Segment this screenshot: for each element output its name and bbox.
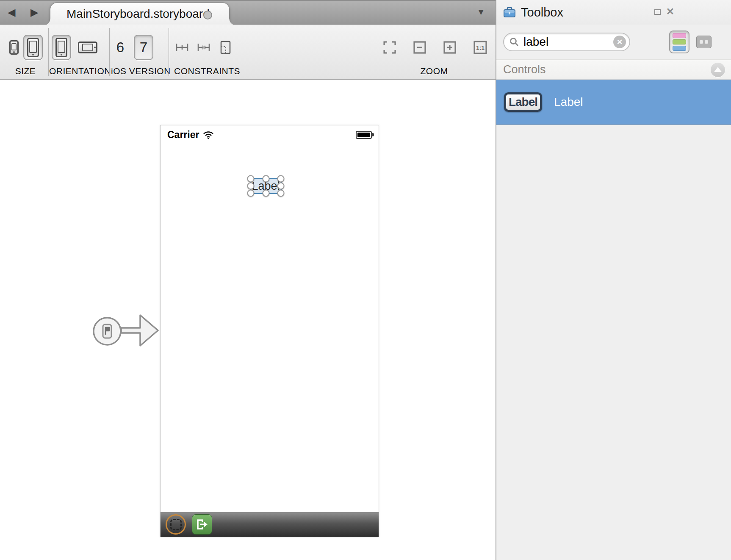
resize-handle-top-center[interactable]	[262, 175, 269, 183]
tab-title: MainStoryboard.storyboard	[66, 3, 210, 25]
dashed-view-icon	[170, 519, 182, 530]
toolbox-item-name: Label	[554, 95, 583, 109]
ios-version-6-option[interactable]: 6	[111, 39, 130, 55]
toolbar-divider	[169, 28, 169, 76]
initial-view-entry-arrow[interactable]	[89, 309, 162, 355]
zoom-actual-size-icon[interactable]: 1:1	[473, 40, 488, 55]
add-constraint-icon[interactable]	[174, 40, 190, 55]
resize-handle-bottom-left[interactable]	[247, 190, 255, 197]
orientation-group: ORIENTATION	[49, 25, 107, 79]
resize-handle-top-right[interactable]	[277, 175, 285, 183]
ios-version-group: 6 7 iOS VERSION	[111, 25, 166, 79]
orientation-landscape-icon[interactable]	[78, 42, 97, 53]
storyboard-designer-window: ◀ ▶ MainStoryboard.storyboard ▼ SIZE	[0, 0, 731, 560]
back-arrow-icon[interactable]: ◀	[8, 6, 15, 18]
controls-section-header[interactable]: Controls	[496, 59, 731, 80]
designer-toolbar: SIZE ORIENTATION 6 7 iOS VERSION	[0, 25, 496, 80]
exit-segue-icon[interactable]	[192, 514, 212, 535]
categorized-view-button[interactable]	[669, 30, 689, 53]
toolbox-header: Toolbox ✕	[496, 0, 731, 25]
compact-view-button[interactable]	[696, 36, 712, 48]
toolbox-search-box[interactable]: ✕	[503, 33, 630, 51]
battery-icon	[356, 131, 372, 139]
chevron-up-icon	[714, 67, 722, 72]
zoom-in-icon[interactable]	[443, 40, 457, 55]
panel-dock-icon[interactable]	[654, 9, 661, 15]
resize-handle-bottom-right[interactable]	[277, 190, 285, 197]
toolbar-divider	[109, 28, 110, 76]
toolbox-search-input[interactable]	[523, 35, 613, 49]
toolbox-item-label-selected[interactable]: Label Label	[496, 80, 731, 125]
zoom-actual-size-text: 1:1	[476, 44, 485, 51]
status-bar: Carrier	[167, 129, 214, 141]
scene-dock-bar	[161, 512, 379, 537]
remove-constraint-icon[interactable]	[196, 40, 211, 55]
resize-handle-middle-left[interactable]	[247, 183, 255, 190]
ios-version-group-label: iOS VERSION	[111, 66, 166, 76]
tab-mainstoryboard[interactable]: MainStoryboard.storyboard	[50, 3, 230, 25]
tab-dirty-indicator[interactable]	[203, 11, 212, 19]
zoom-group-label: ZOOM	[378, 66, 490, 76]
label-control-thumbnail-icon: Label	[504, 92, 542, 112]
label-thumbnail-text: Label	[509, 95, 537, 109]
size-small-phone-icon[interactable]	[9, 40, 19, 55]
size-large-phone-button[interactable]	[23, 35, 43, 60]
zoom-out-icon[interactable]	[413, 40, 427, 55]
toolbox-title: Toolbox	[521, 6, 563, 19]
category-bar-pink-icon	[673, 33, 686, 38]
toolbox-briefcase-icon	[503, 6, 516, 18]
orientation-group-label: ORIENTATION	[49, 66, 107, 76]
compact-dot-icon	[700, 40, 703, 44]
toolbox-panel: Toolbox ✕ ✕	[496, 0, 731, 560]
panel-close-icon[interactable]: ✕	[666, 6, 674, 17]
label-control-selected[interactable]: Label	[250, 178, 282, 194]
carrier-text: Carrier	[167, 129, 199, 141]
collapse-section-button[interactable]	[711, 63, 725, 77]
view-controller-dock-icon[interactable]	[166, 514, 186, 535]
ios-version-7-label: 7	[135, 39, 152, 55]
zoom-fit-icon[interactable]	[382, 40, 397, 55]
size-group-label: SIZE	[4, 66, 47, 76]
exit-arrow-glyph	[195, 518, 209, 531]
orientation-portrait-icon	[55, 38, 67, 57]
compact-dot-icon	[705, 40, 708, 44]
view-controller-canvas[interactable]: Carrier Label	[160, 125, 379, 537]
search-clear-icon[interactable]: ✕	[613, 36, 626, 48]
edge-constraint-icon[interactable]	[218, 40, 233, 55]
category-bar-green-icon	[673, 39, 686, 44]
search-icon	[509, 37, 519, 47]
orientation-portrait-button[interactable]	[52, 35, 71, 60]
design-surface[interactable]: Carrier Label	[0, 80, 496, 560]
resize-handle-bottom-center[interactable]	[262, 190, 269, 197]
constraints-group-label: CONSTRAINTS	[171, 66, 243, 76]
zoom-group: 1:1 ZOOM	[378, 25, 490, 79]
forward-arrow-icon[interactable]: ▶	[30, 6, 38, 18]
document-tab-bar: ◀ ▶ MainStoryboard.storyboard ▼	[0, 0, 496, 25]
controls-section-title: Controls	[503, 63, 711, 76]
size-large-phone-icon	[27, 38, 39, 57]
category-bar-blue-icon	[673, 46, 686, 51]
toolbox-search-row: ✕	[496, 25, 731, 59]
tab-overflow-dropdown-icon[interactable]: ▼	[476, 7, 485, 17]
wifi-icon	[203, 131, 214, 139]
resize-handle-top-left[interactable]	[247, 175, 255, 183]
size-group: SIZE	[4, 25, 47, 79]
constraints-group: CONSTRAINTS	[171, 25, 243, 79]
ios-version-7-button[interactable]: 7	[134, 35, 153, 60]
toolbar-divider	[48, 28, 49, 76]
resize-handle-middle-right[interactable]	[277, 183, 285, 190]
